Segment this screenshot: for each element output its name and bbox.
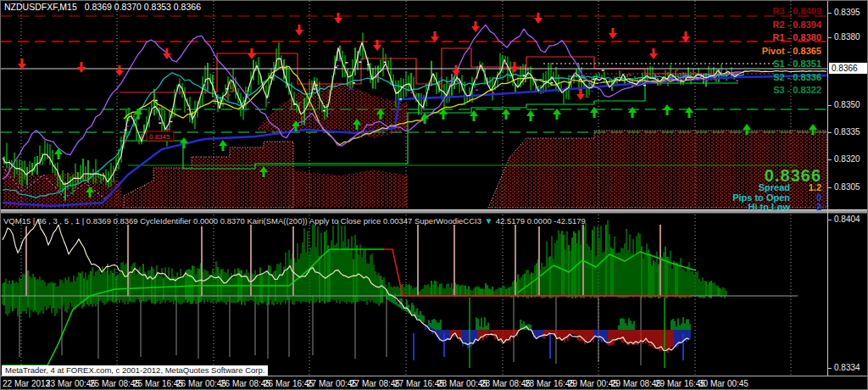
pivot-label-r3: R3 - 0.8409: [762, 5, 821, 19]
spread-value: 1.2: [794, 183, 821, 193]
time-label: 27 Mar 08:45: [350, 379, 400, 388]
indicator-subwindow[interactable]: [1, 214, 827, 376]
time-label: 26 Mar 00:45: [176, 379, 226, 388]
main-price-chart[interactable]: 0.8345: [1, 1, 827, 209]
pivot-label-s3: S3 - 0.8322: [762, 84, 821, 98]
metatrader-watermark: MetaTrader, 4 at FOREX.com, c 2001-2012,…: [2, 365, 268, 376]
pivot-label-pivot: Pivot - 0.8365: [762, 45, 821, 58]
price-axis-scale[interactable]: 0.83950.83800.83500.83350.83200.83050.84…: [827, 1, 868, 376]
mt4-chart-window: 0.8345 NZDUSDFXF,M150.8369 0.8370 0.8353…: [0, 0, 868, 390]
pivot-label-s1: S1 - 0.8351: [762, 58, 821, 71]
cci-down-arrow-icon: ▼: [484, 216, 493, 226]
cci-histogram: [387, 290, 690, 354]
time-axis-scale[interactable]: 22 Mar 201323 Mar 00:4525 Mar 08:4525 Ma…: [1, 376, 868, 390]
price-alert-label: 0.8345: [147, 131, 174, 141]
indicator-header: VQM15 | 36 , 3 , 5 , 1 | 0.8369 0.8369 C…: [3, 216, 586, 226]
time-label: 30 Mar 00:45: [698, 379, 748, 388]
pivot-label-r1: R1 - 0.8380: [762, 31, 821, 45]
time-label: 22 Mar 2013: [3, 379, 50, 388]
indicator-values-left: VQM15 | 36 , 3 , 5 , 1 | 0.8369 0.8369 C…: [3, 216, 481, 226]
pivot-level-labels: R3 - 0.8409R2 - 0.8394R1 - 0.8380Pivot -…: [762, 5, 821, 98]
price-info-display: 0.8366 Spread 1.2 Pips to Open 0 Hi to L…: [732, 168, 821, 213]
spread-label: Spread: [759, 183, 790, 193]
vq-histogram: [3, 220, 726, 318]
time-label: 23 Mar 00:45: [46, 379, 96, 388]
hi-to-low-value: 2: [794, 203, 821, 213]
chart-ohlc-header: NZDUSDFXF,M150.8369 0.8370 0.8353 0.8366: [4, 2, 201, 12]
time-label: 29 Mar 08:45: [611, 379, 661, 388]
indicator-values-right: 42.5179 0.0000 -42.5179: [496, 216, 586, 226]
pivot-label-r2: R2 - 0.8394: [762, 19, 821, 32]
ohlc-values: 0.8369 0.8370 0.8353 0.8366: [85, 2, 201, 12]
pivot-label-s2: S2 - 0.8336: [762, 71, 821, 85]
current-price-box: 0.8366: [829, 63, 868, 74]
symbol-timeframe-label: NZDUSDFXF,M15: [4, 2, 77, 12]
hi-to-low-label: Hi to Low: [748, 203, 791, 213]
bid-price: 0.8366: [732, 168, 821, 183]
time-label: 28 Mar 08:45: [481, 379, 531, 388]
svg-text:0.8345: 0.8345: [149, 133, 170, 141]
ichimoku-cloud: [3, 82, 826, 208]
